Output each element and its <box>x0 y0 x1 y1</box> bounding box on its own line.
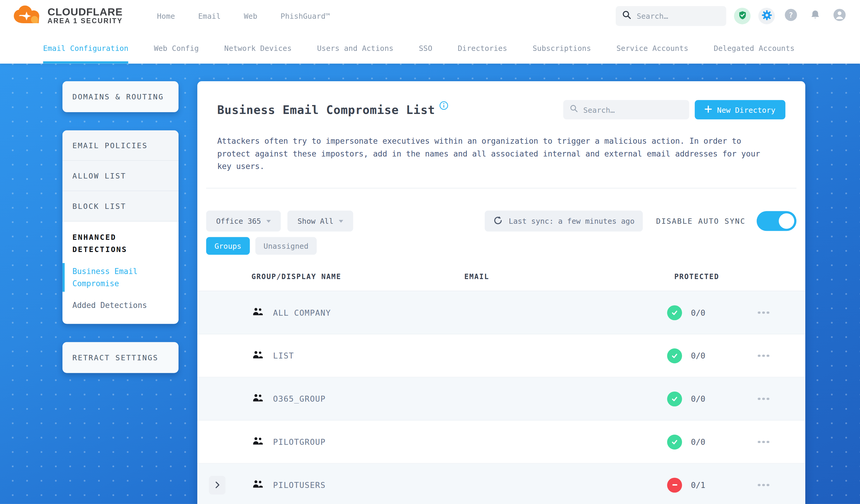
brand-name: CLOUDFLARE <box>48 7 123 18</box>
primary-nav: Home Email Web PhishGuard™ <box>157 12 330 20</box>
row-menu-button[interactable] <box>758 484 769 486</box>
last-sync-status[interactable]: Last sync: a few minutes ago <box>485 211 643 232</box>
tab-unassigned[interactable]: Unassigned <box>255 237 317 255</box>
group-name: PILOTUSERS <box>273 480 326 489</box>
tab-subscriptions[interactable]: Subscriptions <box>533 32 591 64</box>
protected-count: 0/0 <box>691 308 705 317</box>
filters-row: Office 365 Show All Last sync: a few min… <box>206 211 797 232</box>
directory-select-value: Office 365 <box>216 217 261 226</box>
shield-check-icon <box>738 10 747 22</box>
tab-users-and-actions[interactable]: Users and Actions <box>317 32 393 64</box>
protected-count: 0/0 <box>691 394 705 403</box>
table-header: GROUP/DISPLAY NAME EMAIL PROTECTED <box>197 269 805 291</box>
app-window: CLOUDFLARE AREA 1 SECURITY Home Email We… <box>0 0 860 504</box>
notifications-button[interactable] <box>807 8 824 24</box>
group-name: O365_GROUP <box>273 394 326 403</box>
main-panel: Business Email Compromise List <box>197 81 805 504</box>
bell-icon <box>810 10 821 23</box>
sidebar-item-enhanced-detections[interactable]: ENHANCED DETECTIONS <box>72 231 169 256</box>
cloudflare-cloud-icon <box>12 5 42 27</box>
workspace-background: DOMAINS & ROUTING EMAIL POLICIES ALLOW L… <box>0 64 860 504</box>
view-tabs: Groups Unassigned <box>206 237 797 255</box>
security-status-button[interactable] <box>734 8 751 24</box>
table-row: O365_GROUP 0/0 <box>197 377 805 421</box>
group-name: ALL COMPANY <box>273 308 331 317</box>
search-icon <box>570 104 578 115</box>
sidebar-item-added-detections[interactable]: Added Detections <box>72 299 169 312</box>
protected-count: 0/0 <box>691 437 705 446</box>
column-protected: PROTECTED <box>674 273 719 281</box>
section-divider <box>206 188 797 188</box>
account-button[interactable] <box>831 8 848 24</box>
auto-sync-toggle[interactable] <box>757 211 797 231</box>
last-sync-label: Last sync: a few minutes ago <box>509 217 635 226</box>
nav-phishguard[interactable]: PhishGuard™ <box>281 12 330 20</box>
group-icon <box>253 393 263 404</box>
row-menu-button[interactable] <box>758 311 769 314</box>
sidebar-item-allow-list[interactable]: ALLOW LIST <box>62 161 178 191</box>
directory-select[interactable]: Office 365 <box>206 211 281 232</box>
nav-email[interactable]: Email <box>198 12 220 20</box>
refresh-icon <box>493 215 503 227</box>
title-row: Business Email Compromise List <box>217 100 785 119</box>
tab-groups[interactable]: Groups <box>206 237 250 255</box>
sidebar: DOMAINS & ROUTING EMAIL POLICIES ALLOW L… <box>62 81 178 391</box>
nav-web[interactable]: Web <box>244 12 257 20</box>
settings-button[interactable] <box>758 8 775 24</box>
tab-network-devices[interactable]: Network Devices <box>224 32 292 64</box>
table-row: PILOTGROUP 0/0 <box>197 420 805 463</box>
chevron-down-icon <box>339 220 343 222</box>
sidebar-item-block-list[interactable]: BLOCK LIST <box>62 191 178 222</box>
sidebar-section-enhanced-detections: ENHANCED DETECTIONS Business Email Compr… <box>62 222 178 324</box>
user-avatar-icon <box>832 8 847 24</box>
info-icon[interactable] <box>440 101 448 112</box>
row-menu-button[interactable] <box>758 441 769 443</box>
new-directory-button[interactable]: New Directory <box>695 100 785 119</box>
group-icon <box>253 436 263 447</box>
nav-home[interactable]: Home <box>157 12 175 20</box>
tab-directories[interactable]: Directories <box>458 32 507 64</box>
row-menu-button[interactable] <box>758 354 769 357</box>
protected-status-icon <box>667 391 682 406</box>
tab-delegated-accounts[interactable]: Delegated Accounts <box>714 32 794 64</box>
protected-status-icon <box>667 434 682 449</box>
global-search <box>616 6 726 26</box>
expand-row-button[interactable] <box>209 475 226 494</box>
tab-service-accounts[interactable]: Service Accounts <box>616 32 688 64</box>
tab-email-configuration[interactable]: Email Configuration <box>43 32 129 64</box>
screen: CLOUDFLARE AREA 1 SECURITY Home Email We… <box>0 0 860 504</box>
list-search-input[interactable] <box>583 105 683 114</box>
groups-table: GROUP/DISPLAY NAME EMAIL PROTECTED ALL C… <box>197 269 805 504</box>
header-actions: ? <box>616 6 848 26</box>
global-search-input[interactable] <box>637 12 720 20</box>
group-icon <box>253 307 263 318</box>
sidebar-item-business-email-compromise[interactable]: Business Email Compromise <box>72 265 169 290</box>
top-header: CLOUDFLARE AREA 1 SECURITY Home Email We… <box>0 0 860 32</box>
question-mark-icon: ? <box>784 8 798 24</box>
row-menu-button[interactable] <box>758 398 769 400</box>
group-icon <box>253 480 263 490</box>
protected-status-icon <box>667 305 682 320</box>
table-row: ALL COMPANY 0/0 <box>197 291 805 334</box>
auto-sync-label: DISABLE AUTO SYNC <box>656 217 746 226</box>
page-title: Business Email Compromise List <box>217 103 435 116</box>
sidebar-policies-card: EMAIL POLICIES ALLOW LIST BLOCK LIST ENH… <box>62 130 178 324</box>
group-name: PILOTGROUP <box>273 437 326 446</box>
brand-subtitle: AREA 1 SECURITY <box>48 18 123 25</box>
scope-select[interactable]: Show All <box>287 211 353 232</box>
sidebar-item-retract-settings[interactable]: RETRACT SETTINGS <box>62 342 178 373</box>
brand-logo[interactable]: CLOUDFLARE AREA 1 SECURITY <box>12 5 123 27</box>
plus-icon <box>705 105 712 114</box>
tab-sso[interactable]: SSO <box>419 32 432 64</box>
config-tab-bar: Email Configuration Web Config Network D… <box>0 32 860 64</box>
toggle-knob <box>779 213 794 229</box>
unprotected-status-icon <box>667 477 682 492</box>
table-row: PILOTUSERS 0/1 <box>197 463 805 504</box>
sidebar-item-email-policies[interactable]: EMAIL POLICIES <box>62 130 178 161</box>
help-button[interactable]: ? <box>783 8 799 24</box>
sidebar-item-domains-routing[interactable]: DOMAINS & ROUTING <box>62 81 178 112</box>
tab-web-config[interactable]: Web Config <box>154 32 199 64</box>
list-search <box>563 100 689 119</box>
chevron-down-icon <box>267 220 271 222</box>
svg-text:?: ? <box>789 11 793 19</box>
